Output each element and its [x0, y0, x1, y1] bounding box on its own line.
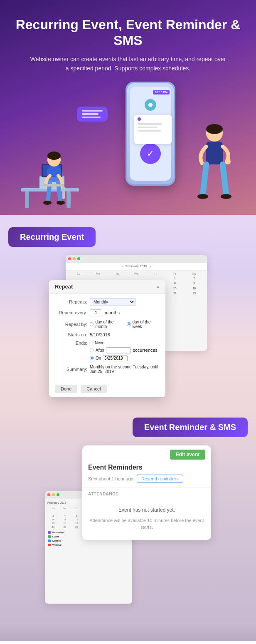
- svg-rect-16: [206, 142, 223, 164]
- ends-after[interactable]: After: [90, 348, 104, 353]
- done-button[interactable]: Done: [55, 385, 77, 393]
- attendance-not-started: Event has not started yet. Attendance wi…: [88, 503, 205, 534]
- reminder-sent-row: Sent about 1 hour ago Resend reminders: [82, 475, 211, 487]
- repeat-every-label: Repeat every:: [55, 310, 87, 315]
- cal2-dot-red: [47, 493, 50, 496]
- attendance-label: ATTENDANCE: [88, 492, 205, 496]
- page-bottom: [0, 624, 256, 641]
- event-item-3: Webinar: [48, 544, 129, 546]
- cal-prev[interactable]: ‹: [122, 264, 123, 269]
- svg-rect-2: [66, 191, 71, 208]
- svg-point-15: [206, 124, 223, 134]
- reminder-attendance: ATTENDANCE Event has not started yet. At…: [82, 487, 211, 540]
- ends-after-row: After occurrences: [90, 347, 158, 353]
- starts-on-label: Starts on:: [55, 332, 87, 337]
- ends-row: Ends: Never After occurrences: [55, 341, 160, 361]
- radio-dom[interactable]: [90, 322, 94, 326]
- summary-row: Summary: Monthly on the second Tuesday, …: [55, 365, 160, 374]
- svg-point-9: [47, 152, 61, 160]
- starts-on-row: Starts on: 5/10/2016: [55, 332, 160, 337]
- event-label-1: Event: [52, 535, 59, 538]
- ends-on[interactable]: On: [90, 356, 101, 361]
- floating-card: [134, 115, 172, 144]
- event-dot-1: [48, 535, 51, 538]
- edit-event-button[interactable]: Edit event: [170, 450, 205, 460]
- recurring-section: Recurring Event ‹ February 2019 › SuMoTu…: [0, 215, 256, 405]
- recurring-mockup: ‹ February 2019 › SuMoTuWeThFrSa 1 2 3: [49, 255, 207, 388]
- repeat-by-dom-label: day of the month: [95, 320, 124, 329]
- event-label-2: Meeting: [52, 540, 61, 542]
- person-left: [17, 130, 83, 215]
- hero-title: Recurring Event, Event Reminder & SMS: [12, 17, 244, 49]
- ends-after-label: After: [96, 348, 104, 353]
- hero-section: Recurring Event, Event Reminder & SMS We…: [0, 0, 256, 215]
- cal-header: ‹ February 2019 ›: [66, 263, 207, 271]
- cal2-month: February 2019: [47, 501, 66, 504]
- ends-label: Ends:: [55, 341, 87, 346]
- svg-point-19: [221, 194, 231, 199]
- cal-next[interactable]: ›: [150, 264, 151, 269]
- svg-point-18: [197, 194, 208, 199]
- repeat-dialog: Repeat × Repeats: Monthly Daily Weekly Y…: [49, 280, 165, 397]
- hero-subtitle: Website owner can create events that las…: [28, 55, 228, 73]
- reminder-section: Event Reminder & SMS February 2019 ‹ › S…: [0, 405, 256, 624]
- ends-on-row: On 6/25/2019: [90, 355, 128, 361]
- ends-on-value[interactable]: 6/25/2019: [103, 355, 128, 361]
- attendance-msg2: Attendance will be available 10 minutes …: [88, 517, 205, 531]
- cal-month: February 2019: [126, 264, 147, 268]
- svg-rect-11: [62, 186, 65, 199]
- reminder-label: Event Reminder & SMS: [133, 418, 248, 437]
- reminder-sent-text: Sent about 1 hour ago: [88, 476, 133, 481]
- radio-on[interactable]: [90, 356, 94, 360]
- summary-label: Summary:: [55, 367, 87, 372]
- radio-after[interactable]: [90, 348, 94, 352]
- repeat-by-row: Repeat by: day of the month day of the w…: [55, 320, 160, 329]
- dialog-title: Repeat: [55, 283, 73, 290]
- label-clearfix: Event Reminder & SMS: [8, 418, 248, 445]
- svg-point-12: [43, 201, 52, 205]
- reminder-card-header: Edit event: [82, 445, 211, 464]
- repeats-select[interactable]: Monthly Daily Weekly Yearly: [90, 298, 135, 306]
- event-dot-0: [48, 531, 51, 534]
- attendance-msg1: Event has not started yet.: [88, 507, 205, 513]
- radio-never[interactable]: [89, 341, 93, 345]
- svg-rect-1: [25, 191, 29, 208]
- ends-after-unit: occurrences: [133, 348, 158, 353]
- svg-point-17: [225, 159, 231, 164]
- ends-after-value[interactable]: [106, 347, 131, 353]
- repeat-by-dom[interactable]: day of the month: [90, 320, 124, 329]
- repeat-by-dow-label: day of the week: [133, 320, 160, 329]
- ends-never[interactable]: Never: [89, 341, 106, 345]
- recurring-label: Recurring Event: [8, 227, 96, 247]
- event-dot-2: [48, 540, 51, 542]
- hero-illustration: 09:10 PM ✓: [12, 82, 244, 215]
- repeat-every-unit: months: [105, 310, 120, 315]
- repeat-every-input[interactable]: [90, 309, 102, 316]
- radio-dow[interactable]: [127, 322, 130, 326]
- reminder-mockup: February 2019 ‹ › SuMoTuWeThFrSa 1: [45, 445, 211, 604]
- ends-on-label: On: [96, 356, 101, 361]
- resend-button[interactable]: Resend reminders: [137, 475, 183, 483]
- repeat-by-dow[interactable]: day of the week: [127, 320, 160, 329]
- starts-on-value: 5/10/2016: [90, 332, 110, 337]
- repeats-row: Repeats: Monthly Daily Weekly Yearly: [55, 298, 160, 306]
- cal2-dot-yellow: [52, 493, 55, 496]
- speech-bubble: [77, 107, 108, 122]
- cal-dot-red: [68, 257, 71, 260]
- dialog-close-button[interactable]: ×: [156, 283, 160, 290]
- event-label-0: Reminders: [52, 531, 64, 534]
- event-dot-3: [48, 544, 51, 546]
- cal-days-header: SuMoTuWeThFrSa: [69, 272, 204, 275]
- cal2-dot-green: [57, 493, 59, 496]
- svg-rect-10: [44, 184, 64, 186]
- event-label-3: Webinar: [52, 544, 62, 546]
- cal-titlebar: [66, 255, 207, 263]
- dialog-body: Repeats: Monthly Daily Weekly Yearly Rep…: [49, 294, 165, 381]
- ends-label-row: Ends: Never: [55, 341, 106, 346]
- svg-point-13: [57, 201, 65, 205]
- dialog-buttons: Done Cancel: [49, 381, 165, 397]
- cancel-button[interactable]: Cancel: [81, 385, 106, 393]
- repeats-label: Repeats:: [55, 299, 87, 304]
- cal-dot-yellow: [73, 257, 76, 260]
- reminder-card: Edit event Event Reminders Sent about 1 …: [82, 445, 211, 540]
